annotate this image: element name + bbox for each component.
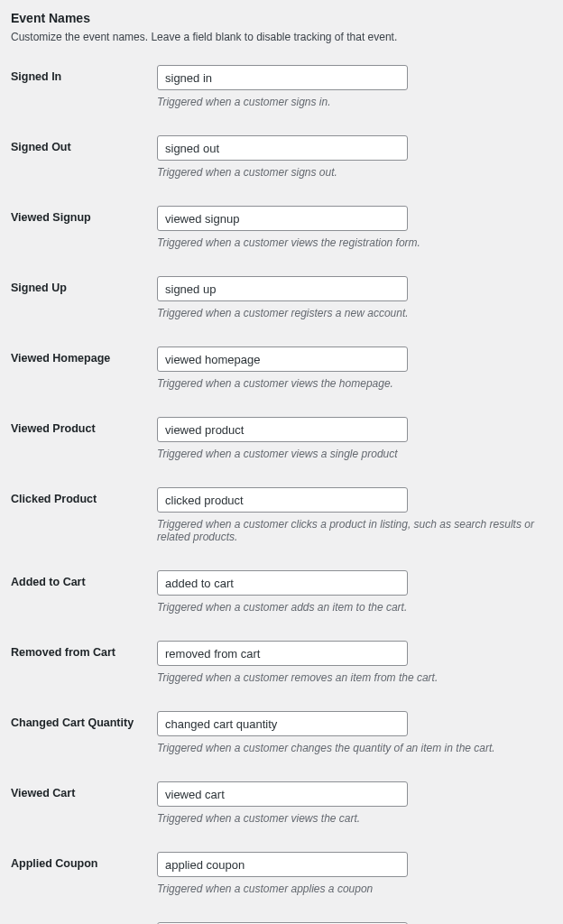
- field-wrapper: Triggered when a customer adds an item t…: [157, 570, 552, 614]
- field-description: Triggered when a customer views the cart…: [157, 812, 552, 825]
- field-description: Triggered when a customer views the regi…: [157, 236, 552, 249]
- event-name-input[interactable]: [157, 711, 408, 736]
- field-label: Viewed Product: [11, 417, 157, 435]
- field-description: Triggered when a customer signs in.: [157, 96, 552, 108]
- form-row: Viewed ProductTriggered when a customer …: [11, 417, 552, 460]
- field-wrapper: Triggered when a customer clicks a produ…: [157, 487, 552, 543]
- form-row: Applied CouponTriggered when a customer …: [11, 852, 552, 895]
- form-row: Clicked ProductTriggered when a customer…: [11, 487, 552, 543]
- field-description: Triggered when a customer removes an ite…: [157, 671, 552, 684]
- field-wrapper: Triggered when a customer registers a ne…: [157, 276, 552, 319]
- field-label: Removed from Cart: [11, 641, 157, 659]
- form-row: Added to CartTriggered when a customer a…: [11, 570, 552, 614]
- field-description: Triggered when a customer adds an item t…: [157, 601, 552, 614]
- field-description: Triggered when a customer signs out.: [157, 166, 552, 179]
- field-description: Triggered when a customer views the home…: [157, 377, 552, 390]
- field-description: Triggered when a customer registers a ne…: [157, 307, 552, 319]
- event-name-input[interactable]: [157, 570, 408, 596]
- event-name-input[interactable]: [157, 135, 408, 161]
- field-label: Changed Cart Quantity: [11, 711, 157, 729]
- field-description: Triggered when a customer applies a coup…: [157, 882, 552, 895]
- field-description: Triggered when a customer clicks a produ…: [157, 518, 552, 543]
- event-name-input[interactable]: [157, 346, 408, 372]
- field-label: Signed Up: [11, 276, 157, 294]
- event-name-input[interactable]: [157, 65, 408, 90]
- field-wrapper: Triggered when a customer signs in.: [157, 65, 552, 108]
- section-title: Event Names: [11, 11, 552, 25]
- field-label: Viewed Signup: [11, 206, 157, 224]
- field-wrapper: Triggered when a customer views the home…: [157, 346, 552, 390]
- form-row: Viewed SignupTriggered when a customer v…: [11, 206, 552, 249]
- field-label: Signed In: [11, 65, 157, 83]
- event-name-input[interactable]: [157, 417, 408, 442]
- field-wrapper: Triggered when a customer changes the qu…: [157, 711, 552, 754]
- field-wrapper: Triggered when a customer signs out.: [157, 135, 552, 179]
- event-name-input[interactable]: [157, 276, 408, 301]
- field-wrapper: Triggered when a customer views the regi…: [157, 206, 552, 249]
- form-row: Removed from CartTriggered when a custom…: [11, 641, 552, 684]
- field-label: Viewed Cart: [11, 781, 157, 799]
- form-row: Signed OutTriggered when a customer sign…: [11, 135, 552, 179]
- field-label: Signed Out: [11, 135, 157, 153]
- field-label: Added to Cart: [11, 570, 157, 588]
- event-name-input[interactable]: [157, 781, 408, 807]
- event-names-form: Signed InTriggered when a customer signs…: [11, 65, 552, 924]
- field-description: Triggered when a customer changes the qu…: [157, 742, 552, 754]
- form-row: Viewed HomepageTriggered when a customer…: [11, 346, 552, 390]
- section-description: Customize the event names. Leave a field…: [11, 31, 552, 43]
- event-name-input[interactable]: [157, 852, 408, 877]
- field-label: Clicked Product: [11, 487, 157, 505]
- form-row: Signed InTriggered when a customer signs…: [11, 65, 552, 108]
- field-wrapper: Triggered when a customer removes an ite…: [157, 641, 552, 684]
- event-name-input[interactable]: [157, 487, 408, 513]
- form-row: Signed UpTriggered when a customer regis…: [11, 276, 552, 319]
- field-label: Applied Coupon: [11, 852, 157, 870]
- form-row: Viewed CartTriggered when a customer vie…: [11, 781, 552, 825]
- event-name-input[interactable]: [157, 206, 408, 231]
- field-description: Triggered when a customer views a single…: [157, 448, 552, 460]
- field-wrapper: Triggered when a customer views a single…: [157, 417, 552, 460]
- form-row: Changed Cart QuantityTriggered when a cu…: [11, 711, 552, 754]
- field-wrapper: Triggered when a customer views the cart…: [157, 781, 552, 825]
- field-label: Viewed Homepage: [11, 346, 157, 365]
- field-wrapper: Triggered when a customer applies a coup…: [157, 852, 552, 895]
- event-name-input[interactable]: [157, 641, 408, 666]
